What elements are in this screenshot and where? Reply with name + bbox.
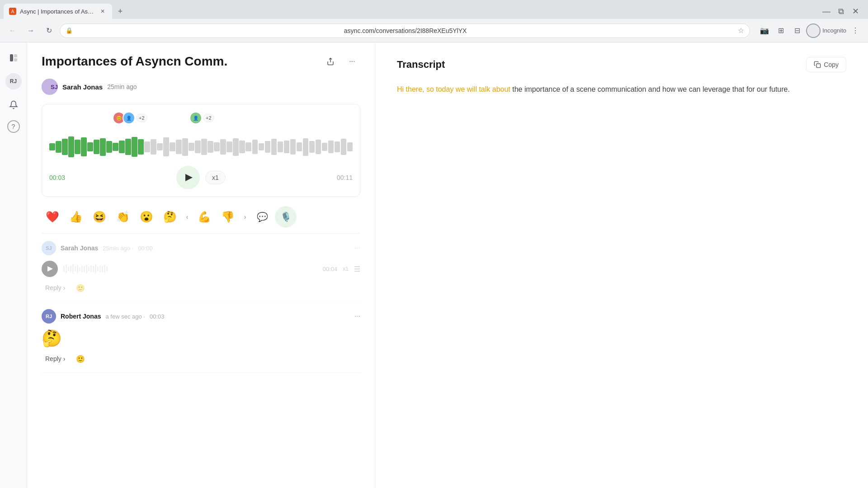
transcript-title: Transcript <box>397 59 445 70</box>
marker-count-1: +2 <box>136 114 147 122</box>
reaction-clap[interactable]: 👏 <box>112 206 134 228</box>
comments-section: SJ Sarah Jonas 25min ago · 00:00 ··· <box>42 233 360 373</box>
svg-rect-1 <box>14 54 17 57</box>
profile-button[interactable] <box>806 23 821 38</box>
emoji-react-2[interactable]: 🙂 <box>74 352 87 365</box>
comment-dur-2: 00:03 <box>150 313 165 320</box>
reaction-track: 💪 👎 <box>193 206 239 228</box>
address-bar[interactable]: 🔒 async.com/conversations/2I88ReXEu5YlYX… <box>60 23 750 38</box>
reactions-bar: ❤️ 👍 😆 👏 😮 🤔 ‹ 💪 👎 › 💬 🎙️ <box>42 206 360 228</box>
author-time: 25min ago <box>107 83 137 90</box>
reply-button-1[interactable]: Reply › <box>42 282 69 294</box>
svg-rect-4 <box>816 64 821 68</box>
play-button[interactable] <box>176 166 200 189</box>
author-avatar: SJ <box>42 79 58 95</box>
waveform-bars <box>49 133 353 160</box>
comment-player-1: 00:04 x1 ☰ <box>42 261 360 277</box>
left-panel: Importances of Asyncn Comm. ··· <box>27 42 375 488</box>
comment-button[interactable]: 💬 <box>251 206 273 228</box>
current-time: 00:03 <box>49 174 65 181</box>
page-header: Importances of Asyncn Comm. ··· <box>42 53 360 70</box>
speed-button[interactable]: x1 <box>205 171 226 184</box>
comment-item-1: SJ Sarah Jonas 25min ago · 00:00 ··· <box>42 234 360 302</box>
camera-icon[interactable]: 📷 <box>757 23 772 38</box>
play-icon <box>185 174 193 181</box>
more-options-icon[interactable]: ⋮ <box>848 23 863 38</box>
share-button[interactable] <box>322 53 339 70</box>
author-avatar-img <box>42 79 51 95</box>
forward-button[interactable]: → <box>24 23 38 38</box>
comment-waveform-1 <box>63 263 317 274</box>
marker-count-2: +2 <box>203 114 214 122</box>
comment-name-1: Sarah Jonas <box>61 244 98 252</box>
split-screen-icon[interactable]: ⊟ <box>790 23 804 38</box>
comment-dots-1[interactable]: ··· <box>354 244 360 252</box>
bookmark-manager-icon[interactable]: ⊞ <box>774 23 788 38</box>
record-button[interactable]: 🎙️ <box>275 206 297 228</box>
reactions-scroll-right[interactable]: › <box>241 212 250 221</box>
waveform-area[interactable] <box>49 133 353 160</box>
reload-button[interactable]: ↻ <box>42 23 56 38</box>
comment-time-2: a few sec ago · <box>105 313 145 320</box>
marker-avatar-3: 👤 <box>189 112 202 124</box>
reactions-scroll-left[interactable]: ‹ <box>183 212 192 221</box>
restore-window-button[interactable]: ⧉ <box>835 6 846 17</box>
comment-emoji-2: 🤔 <box>42 329 360 348</box>
url-display: async.com/conversations/2I88ReXEu5YlYX <box>76 27 734 34</box>
back-button[interactable]: ← <box>5 23 20 38</box>
transcript-text: Hi there, so today we will talk about th… <box>397 83 846 95</box>
sidebar-bell-icon[interactable] <box>5 97 22 113</box>
comment-name-2: Robert Jonas <box>61 313 101 320</box>
transcript-highlight: Hi there, so today we will talk about <box>397 85 510 93</box>
sidebar-help-icon[interactable]: ? <box>7 120 20 133</box>
page-title: Importances of Asyncn Comm. <box>42 54 322 69</box>
browser-tab[interactable]: A Async | Importances of Asynco Co... ✕ <box>4 4 112 19</box>
copy-button[interactable]: Copy <box>806 57 846 72</box>
tab-close-button[interactable]: ✕ <box>99 7 107 15</box>
reaction-think[interactable]: 🤔 <box>159 206 181 228</box>
main-player: 😊 👤 +2 👤 +2 <box>42 104 360 197</box>
marker-group-1: 😊 👤 +2 <box>113 112 147 124</box>
lock-icon: 🔒 <box>66 27 73 34</box>
sidebar-panel-icon[interactable] <box>5 50 22 66</box>
transcript-header: Transcript Copy <box>397 57 846 72</box>
sidebar-rj-icon[interactable]: RJ <box>5 73 22 89</box>
viewer-markers: 😊 👤 +2 👤 +2 <box>49 112 353 130</box>
player-controls: 00:03 x1 00:11 <box>49 166 353 189</box>
more-options-button[interactable]: ··· <box>344 53 360 70</box>
reply-label-2: Reply › <box>45 355 65 362</box>
tab-title: Async | Importances of Asynco Co... <box>20 8 95 15</box>
comment-play-icon-1 <box>47 266 53 272</box>
copy-label: Copy <box>824 61 839 68</box>
comment-item-2: RJ Robert Jonas a few sec ago · 00:03 ··… <box>42 302 360 373</box>
reaction-thumbsup[interactable]: 👍 <box>65 206 87 228</box>
minimize-window-button[interactable]: ― <box>821 6 832 17</box>
comment-speed-1: x1 <box>343 266 349 272</box>
close-window-button[interactable]: ✕ <box>850 6 861 17</box>
svg-rect-0 <box>10 54 13 61</box>
new-tab-button[interactable]: + <box>114 5 127 18</box>
comment-header-1: SJ Sarah Jonas 25min ago · 00:00 ··· <box>42 241 360 255</box>
tab-favicon: A <box>9 8 16 15</box>
comment-actions-1: Reply › 🙂 <box>42 282 360 294</box>
comment-avatar-1: SJ <box>42 241 56 255</box>
reaction-heart[interactable]: ❤️ <box>42 206 63 228</box>
svg-rect-2 <box>14 58 17 61</box>
comment-time-display-1: 00:04 <box>323 266 338 272</box>
comment-list-icon-1[interactable]: ☰ <box>354 265 360 273</box>
emoji-react-1[interactable]: 🙂 <box>74 282 87 294</box>
reaction-muscle[interactable]: 💪 <box>193 206 215 228</box>
reply-button-2[interactable]: Reply › <box>42 352 69 365</box>
comment-dots-2[interactable]: ··· <box>354 312 360 320</box>
incognito-label: Incognito <box>822 27 846 34</box>
author-name: Sarah Jonas <box>62 83 103 91</box>
author-row: SJ Sarah Jonas 25min ago <box>42 79 360 95</box>
comment-play-btn-1[interactable] <box>42 261 58 277</box>
comment-avatar-2: RJ <box>42 309 56 324</box>
right-panel: Transcript Copy Hi there, so today we wi… <box>375 42 868 488</box>
reaction-wow[interactable]: 😮 <box>136 206 157 228</box>
reaction-laugh[interactable]: 😆 <box>89 206 110 228</box>
total-time: 00:11 <box>337 174 353 181</box>
transcript-normal: the importance of a scene communication … <box>510 85 790 93</box>
reaction-thumbsdown[interactable]: 👎 <box>217 206 239 228</box>
